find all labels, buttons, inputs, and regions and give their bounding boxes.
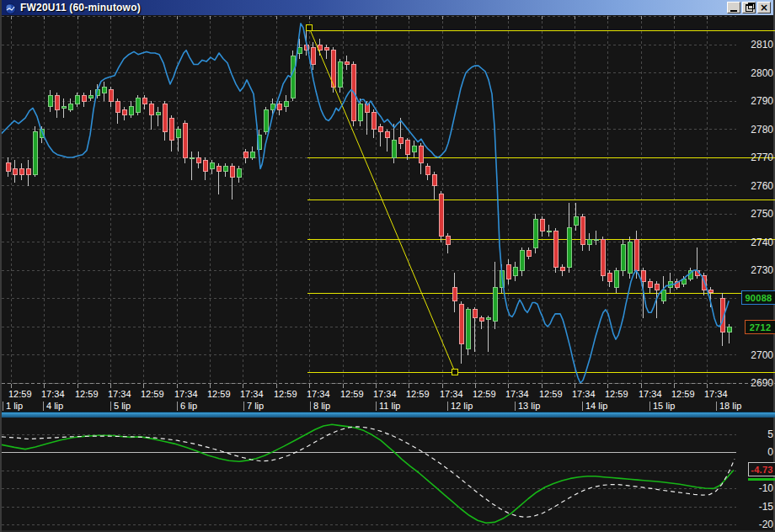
close-icon: × (760, 3, 768, 12)
candle-body (526, 251, 531, 257)
candle-body (587, 239, 591, 245)
signal-line (2, 427, 735, 518)
candle-body (176, 130, 180, 138)
time-label: 12:59 (605, 389, 628, 399)
date-label: 15 lip (653, 401, 675, 411)
candle-body (122, 109, 126, 115)
candle-body (190, 157, 194, 158)
candle-body (473, 310, 477, 318)
candle-body (708, 290, 713, 292)
minimize-icon (730, 10, 737, 12)
time-label: 12:59 (141, 389, 164, 399)
candle-body (601, 239, 605, 276)
date-label: 4 lip (46, 401, 63, 411)
candle-body (628, 242, 632, 274)
price-axis-label: 2750 (751, 208, 773, 220)
restore-icon (746, 4, 753, 12)
candle-body (324, 47, 329, 50)
price-axis-label: 2780 (751, 124, 773, 136)
candle-body (142, 98, 147, 104)
candle-body (459, 304, 463, 343)
time-label: 17:34 (307, 389, 330, 399)
candle-body (48, 95, 52, 106)
oscillator-axis-label: 5 (767, 428, 773, 440)
candle-body (493, 287, 497, 321)
candle-body (614, 270, 618, 287)
candle-body (506, 264, 510, 279)
date-tick (447, 402, 448, 411)
candle-body (19, 168, 24, 174)
candle-body (223, 166, 227, 172)
time-label: 17:34 (572, 389, 596, 399)
candle-body (311, 47, 315, 64)
price-axis-label: 2700 (751, 349, 773, 361)
time-label: 17:34 (639, 389, 662, 399)
date-label: 1 lip (6, 401, 23, 411)
candle-body (115, 101, 120, 112)
date-label: 14 lip (585, 401, 607, 411)
candle-body (270, 104, 275, 109)
candle-body (210, 163, 214, 169)
candle-body (109, 90, 113, 101)
candle-body (102, 87, 106, 93)
window-title: FW20U11 (60-minutowo) (20, 2, 727, 13)
candle-body (358, 104, 362, 120)
minimize-button[interactable] (727, 2, 740, 13)
candle-body (621, 245, 625, 270)
date-tick (649, 402, 650, 411)
time-label: 12:59 (539, 389, 563, 399)
app-icon (5, 3, 17, 13)
candle-body (136, 98, 140, 113)
time-label: 17:34 (373, 389, 397, 399)
time-label: 12:59 (207, 389, 231, 399)
date-tick (310, 402, 311, 411)
time-label: 17:34 (440, 389, 463, 399)
date-tick (515, 402, 516, 411)
candle-body (452, 287, 457, 301)
time-label: 17:34 (240, 389, 264, 399)
oscillator-axis-label: 0 (767, 446, 773, 458)
candle-body (648, 281, 652, 287)
restore-button[interactable] (742, 2, 756, 13)
candle-body (250, 152, 254, 157)
price-axis-label: 2790 (751, 95, 773, 107)
candle-body (594, 239, 598, 240)
indicator-tag-underline (748, 478, 775, 481)
date-label: 5 lip (114, 401, 131, 411)
candle-body (641, 270, 645, 281)
candle-body (607, 273, 612, 281)
time-label: 12:59 (8, 389, 32, 399)
time-label: 12:59 (75, 389, 99, 399)
panel-divider[interactable] (2, 412, 775, 418)
trendline-handle[interactable] (307, 24, 313, 30)
time-label: 17:34 (505, 389, 529, 399)
price-axis-label: 2730 (751, 264, 773, 276)
oscillator-axis-label: -15 (759, 501, 774, 513)
date-label: 11 lip (379, 401, 400, 411)
candle-body (55, 95, 59, 109)
indicator-value-tag: -4.73 (748, 462, 775, 476)
candle-body (26, 168, 30, 174)
volume-tag: 90088 (741, 290, 775, 305)
candle-body (634, 239, 639, 270)
candle-body (727, 327, 731, 332)
app-window: FW20U11 (60-minutowo) × 2810280027902780… (0, 0, 775, 532)
volume-tag-value: 90088 (745, 293, 772, 303)
time-label: 17:34 (174, 389, 198, 399)
date-tick (582, 402, 583, 411)
close-button[interactable]: × (757, 2, 771, 13)
date-label: 6 lip (180, 401, 197, 411)
date-tick (177, 402, 178, 411)
price-axis-label: 2800 (751, 67, 773, 79)
indicator-value-text: -4.73 (751, 465, 773, 475)
date-tick (3, 402, 3, 411)
title-bar[interactable]: FW20U11 (60-minutowo) × (2, 0, 773, 15)
candle-body (33, 132, 37, 174)
candle-body (264, 109, 268, 132)
trendline-handle[interactable] (452, 369, 458, 375)
candle-body (432, 174, 436, 185)
date-tick (110, 402, 111, 411)
candle-body (183, 124, 187, 157)
price-axis-label: 2770 (751, 152, 773, 163)
candle-body (371, 112, 376, 129)
